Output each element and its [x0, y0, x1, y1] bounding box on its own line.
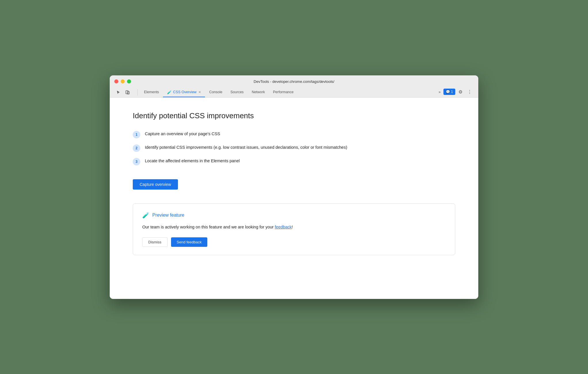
send-feedback-button[interactable]: Send feedback	[171, 237, 208, 247]
feedback-link[interactable]: feedback	[275, 225, 292, 229]
minimize-button[interactable]	[121, 79, 125, 83]
notification-button[interactable]: 💬 1	[443, 89, 455, 95]
svg-rect-0	[126, 91, 128, 94]
notification-icon: 💬	[446, 90, 450, 94]
cursor-icon[interactable]	[114, 88, 122, 96]
step-number-1: 1	[133, 131, 140, 138]
tab-icons	[114, 88, 132, 96]
page-title: Identify potential CSS improvements	[133, 111, 455, 120]
preview-buttons: Dismiss Send feedback	[142, 237, 446, 247]
step-number-3: 3	[133, 158, 140, 165]
tab-sources[interactable]: Sources	[226, 88, 248, 97]
tab-console[interactable]: Console	[205, 88, 226, 97]
titlebar-top: DevTools - developer.chrome.com/tags/dev…	[114, 79, 474, 84]
preview-description: Our team is actively working on this fea…	[142, 224, 446, 230]
preview-text-after: !	[292, 225, 293, 229]
step-item-1: 1 Capture an overview of your page's CSS	[133, 131, 455, 138]
tab-network[interactable]: Network	[248, 88, 269, 97]
window-controls	[114, 79, 131, 83]
maximize-button[interactable]	[127, 79, 131, 83]
main-content: Identify potential CSS improvements 1 Ca…	[110, 98, 478, 299]
window-title: DevTools - developer.chrome.com/tags/dev…	[254, 79, 334, 84]
tab-css-overview[interactable]: 🧪 CSS Overview ✕	[163, 88, 205, 97]
dismiss-button[interactable]: Dismiss	[142, 237, 168, 247]
tab-close-icon[interactable]: ✕	[198, 90, 201, 94]
step-item-3: 3 Locate the affected elements in the El…	[133, 158, 455, 165]
step-text-2: Identify potential CSS improvements (e.g…	[145, 144, 347, 151]
steps-list: 1 Capture an overview of your page's CSS…	[133, 131, 455, 165]
capture-overview-button[interactable]: Capture overview	[133, 179, 178, 190]
device-icon[interactable]	[124, 88, 132, 96]
tabs-bar: Elements 🧪 CSS Overview ✕ Console Source…	[114, 87, 474, 97]
preview-header: 🧪 Preview feature	[142, 212, 446, 219]
preview-flask-icon: 🧪	[142, 212, 149, 219]
tab-performance[interactable]: Performance	[269, 88, 298, 97]
step-text-1: Capture an overview of your page's CSS	[145, 131, 220, 137]
close-button[interactable]	[114, 79, 118, 83]
tabs-right: » 💬 1 ⚙ ⋮	[437, 88, 474, 97]
preview-card: 🧪 Preview feature Our team is actively w…	[133, 203, 455, 255]
step-item-2: 2 Identify potential CSS improvements (e…	[133, 144, 455, 152]
more-options-button[interactable]: ⋮	[466, 88, 474, 96]
preview-title: Preview feature	[152, 213, 184, 218]
step-number-2: 2	[133, 144, 140, 152]
preview-text-before: Our team is actively working on this fea…	[142, 225, 275, 229]
tab-divider	[137, 89, 138, 96]
step-text-3: Locate the affected elements in the Elem…	[145, 158, 240, 164]
titlebar: DevTools - developer.chrome.com/tags/dev…	[110, 75, 478, 98]
more-tabs-button[interactable]: »	[437, 89, 442, 95]
devtools-window: DevTools - developer.chrome.com/tags/dev…	[110, 75, 478, 299]
settings-button[interactable]: ⚙	[456, 88, 464, 96]
flask-tab-icon: 🧪	[167, 90, 172, 94]
tab-elements[interactable]: Elements	[140, 88, 163, 97]
